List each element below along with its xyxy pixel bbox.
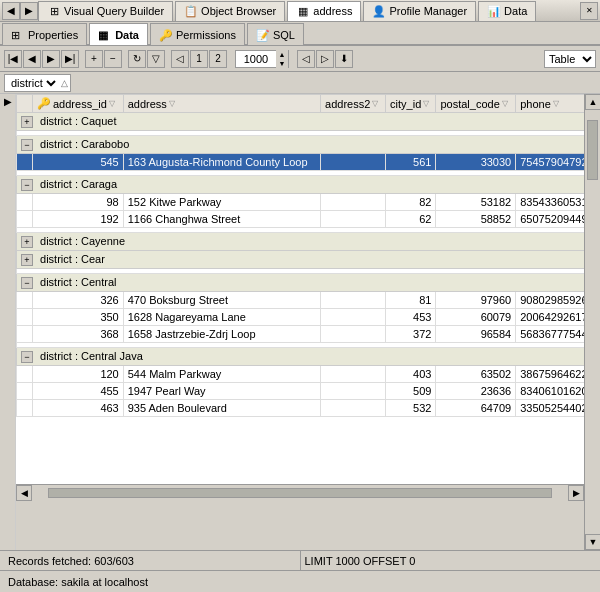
col-header-postal[interactable]: postal_code ▽ [436,95,516,113]
group-toggle-carabobo[interactable]: − [21,139,33,151]
tab-permissions[interactable]: 🔑 Permissions [150,23,245,45]
v-scroll-up-btn[interactable]: ▲ [585,94,600,110]
group-cell-caquet[interactable]: + district : Caquet [17,113,585,131]
properties-icon: ⊞ [11,29,25,41]
nav-pg-btn[interactable]: 1 [190,50,208,68]
pm-icon: 👤 [372,5,386,17]
cell-phone: 33505254402 [516,400,584,417]
nav-pg2-btn[interactable]: 2 [209,50,227,68]
title-tab-pm[interactable]: 👤 Profile Manager [363,1,476,21]
group-toggle-cear[interactable]: + [21,254,33,266]
tab-sql[interactable]: 📝 SQL [247,23,304,45]
table-row[interactable]: 368 1658 Jastrzebie-Zdrj Loop 372 96584 … [17,326,585,343]
limit-input[interactable]: 1000 [236,51,276,67]
h-scroll-thumb[interactable] [48,488,552,498]
add-row-btn[interactable]: + [85,50,103,68]
col-header-city-id[interactable]: city_id ▽ [386,95,436,113]
col-header-phone[interactable]: phone ▽ [516,95,584,113]
group-toggle-caquet[interactable]: + [21,116,33,128]
scroll-right-btn[interactable]: ▶ [568,485,584,501]
limit-down-btn[interactable]: ▼ [276,59,288,68]
sort-icon: △ [61,78,68,88]
table-row[interactable]: 98 152 Kitwe Parkway 82 53182 8354336053… [17,194,585,211]
sort-arrow-5: ▽ [553,99,559,108]
table-row[interactable]: 120 544 Malm Parkway 403 63502 386759646… [17,366,585,383]
cell-phone: 65075209449 [516,211,584,228]
cell-address: 470 Boksburg Street [123,292,320,309]
title-tab-vqb[interactable]: ⊞ Visual Query Builder [38,1,173,21]
tab-bar: ⊞ Properties ▦ Data 🔑 Permissions 📝 SQL [0,22,600,46]
refresh-btn[interactable]: ↻ [128,50,146,68]
nav-next-btn[interactable]: ▶ [42,50,60,68]
title-tab-obj[interactable]: 📋 Object Browser [175,1,285,21]
table-row[interactable]: 545 163 Augusta-Richmond County Loop 561… [17,154,585,171]
cell-city-id: 532 [386,400,436,417]
row-expand-cell [17,326,33,343]
scroll-left-btn[interactable]: ◀ [16,485,32,501]
row-expand-cell [17,309,33,326]
table-row[interactable]: 455 1947 Pearl Way 509 23636 83406101620 [17,383,585,400]
group-cell-caraga[interactable]: − district : Caraga [17,176,585,194]
cell-address: 163 Augusta-Richmond County Loop [123,154,320,171]
nav-last-btn[interactable]: ▶| [61,50,79,68]
filter-bar: district △ [0,72,600,94]
nav-prev3-btn[interactable]: ◁ [297,50,315,68]
group-cell-central-java[interactable]: − district : Central Java [17,348,585,366]
cell-address2 [321,383,386,400]
title-tab-data[interactable]: 📊 Data [478,1,536,21]
v-scroll-down-btn[interactable]: ▼ [585,534,600,550]
cell-address2 [321,366,386,383]
group-cell-central[interactable]: − district : Central [17,274,585,292]
filter-field-select[interactable]: district [7,76,59,90]
cell-address-id: 545 [33,154,124,171]
delete-row-btn[interactable]: − [104,50,122,68]
cell-address2 [321,292,386,309]
group-toggle-central[interactable]: − [21,277,33,289]
tab-properties[interactable]: ⊞ Properties [2,23,87,45]
group-cell-carabobo[interactable]: − district : Carabobo [17,136,585,154]
nav-left-icon[interactable]: ◀ [2,2,20,20]
cell-city-id: 62 [386,211,436,228]
group-cell-cear[interactable]: + district : Cear [17,251,585,269]
cell-address2 [321,309,386,326]
export-btn[interactable]: ⬇ [335,50,353,68]
nav-next3-btn[interactable]: ▷ [316,50,334,68]
table-row[interactable]: 463 935 Aden Boulevard 532 64709 3350525… [17,400,585,417]
group-toggle-caraga[interactable]: − [21,179,33,191]
table-row[interactable]: 192 1166 Changhwa Street 62 58852 650752… [17,211,585,228]
limit-up-btn[interactable]: ▲ [276,50,288,59]
v-scroll-track[interactable] [585,110,600,534]
close-icon[interactable]: ✕ [580,2,598,20]
cell-address-id: 463 [33,400,124,417]
table-row[interactable]: 350 1628 Nagareyama Lane 453 60079 20064… [17,309,585,326]
col-header-address[interactable]: address ▽ [123,95,320,113]
group-row-cear: + district : Cear [17,251,585,269]
v-scroll-thumb [587,120,598,180]
col-header-address-id[interactable]: 🔑 address_id ▽ [33,95,124,113]
view-type-select[interactable]: Table Form JSON [545,52,595,66]
nav-prev-btn[interactable]: ◀ [23,50,41,68]
cell-city-id: 372 [386,326,436,343]
group-toggle-cayenne[interactable]: + [21,236,33,248]
data-grid: 🔑 address_id ▽ address ▽ [16,94,584,484]
nav-first-btn[interactable]: |◀ [4,50,22,68]
table-row[interactable]: 326 470 Boksburg Street 81 97960 9080298… [17,292,585,309]
cell-postal: 53182 [436,194,516,211]
group-cell-cayenne[interactable]: + district : Cayenne [17,233,585,251]
toolbar: |◀ ◀ ▶ ▶| + − ↻ ▽ ◁ 1 2 1000 ▲ ▼ ◁ ▷ ⬇ T… [0,46,600,72]
nav-right-icon[interactable]: ▶ [20,2,38,20]
filter-btn[interactable]: ▽ [147,50,165,68]
row-marker-bar: ▶ [0,94,16,550]
cell-city-id: 561 [386,154,436,171]
nav-prev2-btn[interactable]: ◁ [171,50,189,68]
col-header-address2[interactable]: address2 ▽ [321,95,386,113]
limit-spinner: ▲ ▼ [276,50,288,68]
filter-select[interactable]: district △ [4,74,71,92]
key-icon: 🔑 [37,97,51,110]
tab-data[interactable]: ▦ Data [89,23,148,45]
title-bar: ◀ ▶ ⊞ Visual Query Builder 📋 Object Brow… [0,0,600,22]
group-toggle-central-java[interactable]: − [21,351,33,363]
row-expand-cell [17,211,33,228]
row-expand-cell [17,154,33,171]
title-tab-addr[interactable]: ▦ address [287,1,361,21]
